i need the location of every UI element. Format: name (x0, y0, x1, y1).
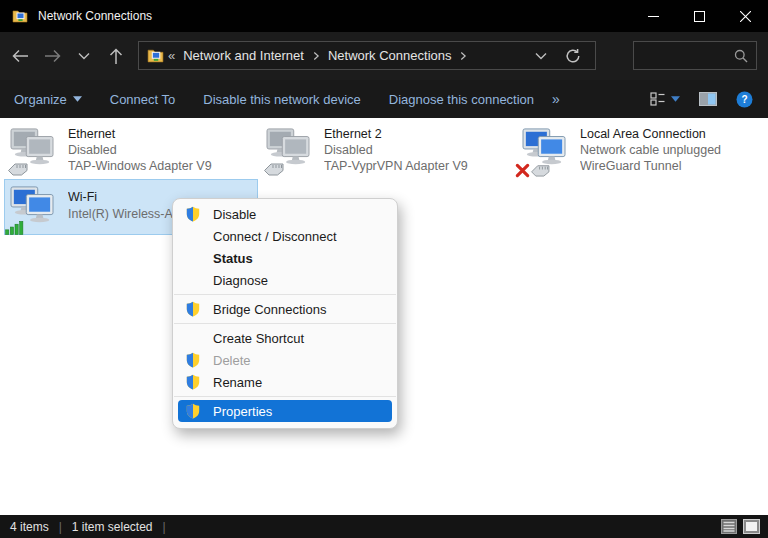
titlebar: Network Connections (0, 0, 768, 32)
back-button[interactable] (4, 40, 36, 72)
uac-shield-icon (185, 206, 203, 222)
preview-pane-icon (699, 92, 717, 106)
status-divider: | (59, 520, 62, 534)
diagnose-connection-button[interactable]: Diagnose this connection (375, 92, 548, 107)
connection-device: WireGuard Tunnel (580, 158, 721, 174)
breadcrumb-item-network-and-internet[interactable]: Network and Internet (177, 48, 310, 63)
uac-shield-icon (185, 403, 203, 419)
chevron-down-icon (73, 96, 82, 102)
connection-name: Ethernet 2 (324, 126, 468, 142)
menu-item-label: Connect / Disconnect (213, 229, 337, 244)
menu-separator (174, 396, 396, 397)
monitors-disabled-icon (9, 127, 59, 173)
details-view-button[interactable] (721, 519, 737, 534)
menu-item-label: Create Shortcut (213, 331, 304, 346)
disable-device-button[interactable]: Disable this network device (189, 92, 375, 107)
address-dropdown-button[interactable] (535, 52, 547, 60)
magnifier-icon[interactable] (734, 49, 748, 63)
connection-tile-ethernet-2[interactable]: Ethernet 2 Disabled TAP-VyprVPN Adapter … (260, 121, 514, 177)
menu-item-delete[interactable]: Delete (178, 349, 392, 371)
network-folder-icon (12, 8, 28, 24)
connection-device: TAP-VyprVPN Adapter V9 (324, 158, 468, 174)
minimize-button[interactable] (630, 0, 676, 32)
network-folder-icon (147, 47, 164, 64)
menu-separator (174, 323, 396, 324)
overflow-chevrons: » (552, 91, 560, 107)
large-icons-view-button[interactable] (743, 519, 760, 534)
view-options-icon (650, 92, 666, 106)
menu-item-label: Disable (213, 207, 256, 222)
monitors-disabled-icon (265, 127, 315, 173)
connection-tile-local-area-connection[interactable]: Local Area Connection Network cable unpl… (516, 121, 768, 177)
menu-item-label: Diagnose (213, 273, 268, 288)
command-toolbar: Organize Connect To Disable this network… (0, 80, 768, 118)
rj45-plug-icon (7, 160, 29, 176)
selection-count: 1 item selected (72, 520, 153, 534)
connect-to-button[interactable]: Connect To (96, 92, 190, 107)
context-menu: Disable Connect / Disconnect Status Diag… (172, 198, 398, 429)
uac-shield-icon (185, 352, 203, 368)
search-box[interactable] (633, 41, 757, 70)
signal-bars-icon (5, 220, 25, 235)
chevron-down-icon (671, 96, 680, 102)
menu-item-label: Delete (213, 353, 251, 368)
window-title: Network Connections (38, 9, 152, 23)
connection-status: Disabled (324, 142, 468, 158)
details-view-icon (721, 519, 737, 534)
connection-device: TAP-Windows Adapter V9 (68, 158, 212, 174)
view-options-button[interactable] (650, 92, 680, 106)
close-button[interactable] (722, 0, 768, 32)
connect-to-label: Connect To (110, 92, 176, 107)
address-bar[interactable]: « Network and Internet Network Connectio… (138, 41, 596, 70)
breadcrumb-collapse-chevrons[interactable]: « (168, 48, 175, 63)
uac-shield-icon (185, 301, 203, 317)
uac-shield-icon (185, 374, 203, 390)
menu-item-label: Bridge Connections (213, 302, 326, 317)
menu-item-connect-disconnect[interactable]: Connect / Disconnect (178, 225, 392, 247)
menu-item-properties[interactable]: Properties (178, 400, 392, 422)
red-x-icon (515, 163, 530, 178)
connection-tile-ethernet[interactable]: Ethernet Disabled TAP-Windows Adapter V9 (4, 121, 258, 177)
svg-text:?: ? (741, 94, 747, 105)
maximize-button[interactable] (676, 0, 722, 32)
menu-item-label: Rename (213, 375, 262, 390)
up-arrow-icon (109, 48, 123, 65)
status-bar: 4 items | 1 item selected | (0, 515, 768, 538)
forward-button[interactable] (36, 40, 68, 72)
connection-name: Local Area Connection (580, 126, 721, 142)
navigation-bar: « Network and Internet Network Connectio… (0, 32, 768, 80)
chevron-down-icon (535, 52, 547, 60)
preview-pane-button[interactable] (699, 92, 717, 106)
menu-item-create-shortcut[interactable]: Create Shortcut (178, 327, 392, 349)
menu-item-label: Status (213, 251, 253, 266)
diagnose-connection-label: Diagnose this connection (389, 92, 534, 107)
help-icon: ? (736, 91, 753, 108)
menu-item-diagnose[interactable]: Diagnose (178, 269, 392, 291)
rj45-plug-icon (263, 160, 285, 176)
organize-button[interactable]: Organize (0, 92, 96, 107)
disable-device-label: Disable this network device (203, 92, 361, 107)
chevron-right-icon[interactable] (310, 50, 322, 62)
refresh-button[interactable] (565, 48, 581, 64)
search-input[interactable] (634, 49, 734, 63)
recent-locations-button[interactable] (68, 40, 100, 72)
status-divider: | (163, 520, 166, 534)
organize-label: Organize (14, 92, 67, 107)
menu-item-rename[interactable]: Rename (178, 371, 392, 393)
forward-arrow-icon (44, 49, 61, 63)
chevron-right-icon[interactable] (457, 50, 469, 62)
monitors-unplugged-icon (521, 127, 571, 173)
help-button[interactable]: ? (736, 91, 753, 108)
large-icons-view-icon (743, 519, 760, 534)
menu-separator (174, 294, 396, 295)
menu-item-status[interactable]: Status (178, 247, 392, 269)
back-arrow-icon (12, 49, 29, 63)
connection-name: Wi-Fi (68, 189, 182, 206)
breadcrumb-item-network-connections[interactable]: Network Connections (322, 48, 458, 63)
toolbar-overflow-button[interactable]: » (548, 91, 564, 107)
refresh-icon (565, 48, 581, 64)
items-count: 4 items (10, 520, 49, 534)
menu-item-bridge-connections[interactable]: Bridge Connections (178, 298, 392, 320)
menu-item-disable[interactable]: Disable (178, 203, 392, 225)
up-button[interactable] (100, 40, 132, 72)
